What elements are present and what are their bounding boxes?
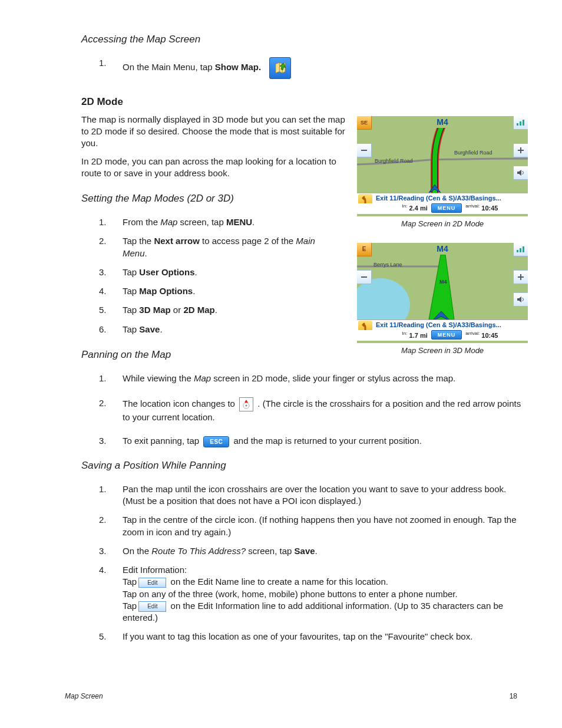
text: Map Options — [139, 286, 193, 296]
accessing-step-1: On the Main Menu, tap Show Map. — [81, 57, 528, 79]
svg-rect-3 — [520, 121, 521, 126]
map-2d-body: Burghfield Road Burghfield Road — [357, 128, 528, 193]
footer-page: 18 — [510, 691, 517, 701]
map-2d-bottom: Exit 11/Reading (Cen & S)/A33/Basings...… — [357, 193, 528, 214]
text: 3D Map — [139, 305, 170, 315]
edit-button[interactable]: Edit — [138, 578, 166, 588]
text: Tap — [123, 577, 137, 587]
saving-step-1: Pan the map until the icon crosshairs ar… — [81, 483, 528, 508]
text: Next arrow — [154, 236, 200, 246]
text: Tap — [123, 601, 137, 611]
road-main-label-3d: M4 — [437, 244, 448, 253]
text: While viewing the — [123, 373, 194, 383]
text: To exit panning, tap — [123, 436, 201, 446]
road-label-burghfield-1: Burghfield Road — [375, 157, 413, 164]
text: The location icon changes to — [123, 398, 237, 409]
text: Route To This Address? — [151, 546, 246, 556]
text: On the Main Menu, tap — [123, 62, 215, 72]
text: screen, tap — [246, 546, 295, 556]
text: Tap — [123, 267, 139, 277]
svg-marker-13 — [517, 297, 521, 302]
road-label-burghfield-2: Burghfield Road — [454, 149, 492, 156]
saving-step-3: On the Route To This Address? screen, ta… — [81, 545, 528, 557]
show-map-bold: Show Map. — [215, 62, 261, 72]
setting-step-5: Tap 3D Map or 2D Map. — [81, 304, 528, 316]
dest-text: Exit 11/Reading (Cen & S)/A33/Basings... — [376, 195, 501, 202]
edit-info-line-a: TapEdit on the Edit Name line to create … — [123, 576, 528, 588]
text: On the — [123, 546, 151, 556]
setting-step-3: Tap User Options. — [81, 266, 528, 278]
text: on the Edit Information line to add addi… — [123, 601, 503, 622]
svg-rect-8 — [520, 248, 521, 252]
page-footer: Map Screen 18 — [34, 691, 528, 701]
text: . — [195, 267, 197, 277]
map-figures-container: SE M4 Burghfield R — [357, 116, 528, 356]
dist-2d: 2.4 mi — [409, 205, 428, 212]
map-2d-card: SE M4 Burghfield R — [357, 116, 528, 216]
text: . — [193, 286, 195, 296]
map-2d-stats: In: 2.4 mi MENU arrival: 10:45 — [357, 203, 528, 214]
esc-button[interactable]: ESC — [203, 436, 229, 448]
mode2d-para-1: The map is normally displayed in 3D mode… — [81, 114, 352, 150]
map-3d-top: E M4 — [357, 243, 528, 255]
panning-step-1: While viewing the Map screen in 2D mode,… — [81, 373, 528, 384]
text: Tap — [123, 324, 139, 334]
svg-rect-2 — [517, 123, 518, 126]
saving-step-5: If you want to tag this location as one … — [81, 631, 528, 643]
road-main-label: M4 — [437, 117, 448, 127]
turn-icon — [358, 194, 372, 203]
section-saving-title: Saving a Position While Panning — [81, 459, 528, 473]
text: or — [171, 305, 184, 315]
arrival-2d: 10:45 — [481, 205, 498, 212]
svg-point-15 — [246, 405, 247, 407]
text: Save — [295, 546, 315, 556]
text: . — [160, 324, 162, 334]
text: . — [315, 546, 318, 556]
svg-rect-4 — [523, 120, 524, 126]
in-label: In: — [402, 203, 408, 209]
svg-marker-16 — [244, 400, 248, 403]
mode2d-para-2: In 2D mode, you can pan across the map l… — [81, 156, 352, 180]
panning-step-2: The location icon changes to . (The circ… — [81, 397, 528, 423]
map-2d-top: SE M4 — [357, 116, 528, 128]
menu-button[interactable]: MENU — [431, 203, 462, 213]
text: . — [252, 217, 254, 227]
saving-step-4: Edit Information: TapEdit on the Edit Na… — [81, 564, 528, 624]
section-2d-mode-title: 2D Mode — [81, 95, 528, 109]
setting-step-1: From the Map screen, tap MENU. — [81, 216, 528, 228]
text: Tap — [123, 305, 139, 315]
svg-marker-6 — [517, 170, 521, 176]
volume-button[interactable] — [513, 166, 528, 180]
setting-step-4: Tap Map Options. — [81, 285, 528, 297]
crosshair-icon — [239, 397, 253, 411]
saving-steps-list: Pan the map until the icon crosshairs ar… — [81, 483, 528, 643]
svg-rect-9 — [523, 246, 524, 252]
text: on the Edit Name line to create a name f… — [168, 577, 388, 587]
zoom-in-button[interactable] — [513, 143, 528, 157]
edit-info-line-b: Tap on any of the three (work, home, mob… — [123, 588, 528, 600]
accessing-steps-list: On the Main Menu, tap Show Map. — [81, 57, 528, 79]
section-accessing-title: Accessing the Map Screen — [81, 33, 528, 47]
text: Tap the — [123, 236, 154, 246]
text: to access page 2 of the — [200, 236, 296, 246]
text: screen, tap — [177, 217, 226, 227]
svg-rect-7 — [517, 250, 518, 252]
text: Tap — [123, 286, 139, 296]
setting-step-6: Tap Save. — [81, 324, 528, 335]
road-label-m4: M4 — [439, 278, 447, 285]
edit-info-line-c: TapEdit on the Edit Information line to … — [123, 600, 528, 624]
show-map-icon — [269, 57, 291, 79]
panning-steps-list: While viewing the Map screen in 2D mode,… — [81, 373, 528, 447]
text: MENU — [226, 217, 252, 227]
arrival-label: arrival: — [465, 203, 480, 209]
text: and the map is returned to your current … — [234, 436, 422, 446]
text: Map — [194, 373, 211, 383]
text: Map — [160, 217, 177, 227]
panning-step-3: To exit panning, tap ESC and the map is … — [81, 435, 528, 447]
edit-info-title: Edit Information: — [123, 564, 528, 576]
map-3d-caption: Map Screen in 3D Mode — [357, 345, 528, 356]
edit-button-2[interactable]: Edit — [138, 601, 166, 612]
map-2d-destination: Exit 11/Reading (Cen & S)/A33/Basings... — [357, 193, 528, 203]
zoom-out-button[interactable] — [357, 143, 372, 157]
saving-step-2: Tap in the centre of the circle icon. (I… — [81, 514, 528, 538]
